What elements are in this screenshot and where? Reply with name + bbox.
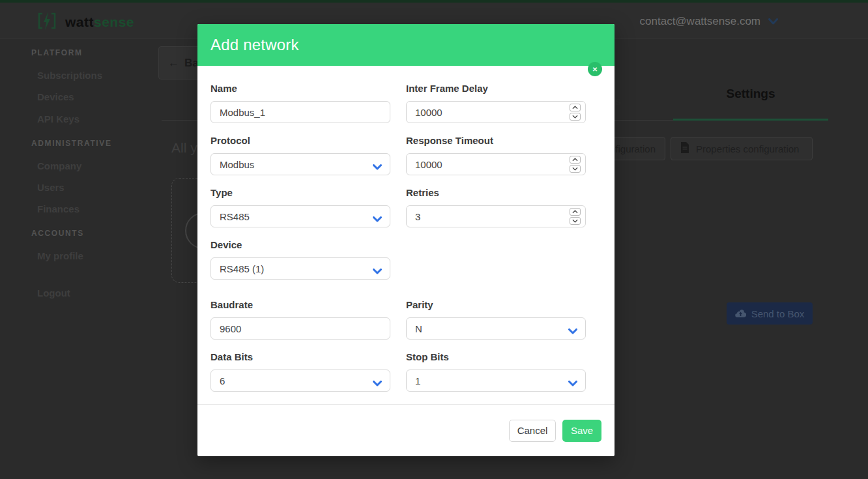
response-timeout-spinner-up-icon[interactable] xyxy=(570,156,581,164)
page-heading-fragment: All y xyxy=(171,140,197,156)
sidebar-section-accounts: ACCOUNTS xyxy=(31,229,156,238)
field-device: Device RS485 (1) xyxy=(210,239,390,280)
field-protocol: Protocol Modbus xyxy=(210,135,390,175)
field-spacer xyxy=(406,239,586,280)
type-label: Type xyxy=(210,187,390,198)
modal-body: Name Inter Frame Delay xyxy=(197,66,615,404)
sidebar-item-company[interactable]: Company xyxy=(31,160,156,171)
sidebar-section-platform: PLATFORM xyxy=(31,48,156,57)
device-select[interactable]: RS485 (1) xyxy=(210,257,390,280)
brand: wattsense xyxy=(36,11,134,33)
brand-sense: sense xyxy=(94,14,134,29)
tab-settings[interactable]: Settings xyxy=(673,87,828,101)
brand-name: wattsense xyxy=(65,14,134,30)
sidebar-section-administrative: ADMINISTRATIVE xyxy=(31,139,156,148)
data-bits-value: 6 xyxy=(220,375,225,386)
type-select[interactable]: RS485 xyxy=(210,205,390,227)
wattsense-logo-icon xyxy=(36,11,57,33)
sidebar-item-devices[interactable]: Devices xyxy=(31,91,156,102)
protocol-chevron-down-icon xyxy=(373,161,382,173)
properties-configuration-label: Properties configuration xyxy=(696,143,799,154)
sidebar-item-users[interactable]: Users xyxy=(31,182,156,193)
inter-frame-delay-spinner-up-icon[interactable] xyxy=(570,104,581,111)
type-chevron-down-icon xyxy=(373,213,382,225)
modal-title: Add network xyxy=(210,36,299,54)
protocol-select[interactable]: Modbus xyxy=(210,153,390,175)
sidebar-item-logout[interactable]: Logout xyxy=(31,287,156,298)
stop-bits-chevron-down-icon xyxy=(568,377,577,389)
field-stop-bits: Stop Bits 1 xyxy=(406,351,586,392)
retries-label: Retries xyxy=(406,187,586,198)
parity-value: N xyxy=(415,323,422,334)
response-timeout-spinner-down-icon[interactable] xyxy=(570,165,581,173)
field-response-timeout: Response Timeout xyxy=(406,135,586,175)
brand-watt: watt xyxy=(65,14,94,29)
name-label: Name xyxy=(210,83,390,94)
account-menu[interactable]: contact@wattsense.com xyxy=(640,15,778,28)
page: wattsense contact@wattsense.com PLATFORM… xyxy=(0,0,868,479)
device-label: Device xyxy=(210,239,390,250)
baudrate-label: Baudrate xyxy=(210,299,390,310)
field-parity: Parity N xyxy=(406,299,586,340)
response-timeout-label: Response Timeout xyxy=(406,135,586,146)
retries-input[interactable] xyxy=(406,205,586,227)
save-button[interactable]: Save xyxy=(562,420,601,442)
data-bits-label: Data Bits xyxy=(210,351,390,362)
modal-header: Add network ✕ xyxy=(197,24,615,66)
sidebar-item-finances[interactable]: Finances xyxy=(31,203,156,214)
inter-frame-delay-label: Inter Frame Delay xyxy=(406,83,586,94)
name-input[interactable] xyxy=(210,101,390,123)
document-icon xyxy=(680,142,689,155)
account-email: contact@wattsense.com xyxy=(640,15,760,28)
modal-footer: Cancel Save xyxy=(197,404,615,456)
send-to-box-label: Send to Box xyxy=(751,308,805,319)
stop-bits-label: Stop Bits xyxy=(406,351,586,362)
account-chevron-down-icon xyxy=(768,15,778,28)
data-bits-select[interactable]: 6 xyxy=(210,370,390,392)
parity-select[interactable]: N xyxy=(406,317,586,340)
add-network-modal: Add network ✕ Name Inter Frame Delay xyxy=(197,24,615,456)
inter-frame-delay-spinner-down-icon[interactable] xyxy=(570,113,581,121)
retries-spinner-down-icon[interactable] xyxy=(570,217,581,225)
sidebar-item-subscriptions[interactable]: Subscriptions xyxy=(31,70,156,81)
data-bits-chevron-down-icon xyxy=(373,377,382,389)
device-value: RS485 (1) xyxy=(220,263,264,274)
baudrate-input[interactable] xyxy=(210,317,390,340)
properties-configuration-button[interactable]: Properties configuration xyxy=(671,137,813,160)
response-timeout-input[interactable] xyxy=(406,153,586,175)
protocol-label: Protocol xyxy=(210,135,390,146)
device-chevron-down-icon xyxy=(373,265,382,277)
stop-bits-value: 1 xyxy=(415,375,420,386)
field-retries: Retries xyxy=(406,187,586,227)
stop-bits-select[interactable]: 1 xyxy=(406,370,586,392)
field-type: Type RS485 xyxy=(210,187,390,227)
field-inter-frame-delay: Inter Frame Delay xyxy=(406,83,586,123)
sidebar-item-my-profile[interactable]: My profile xyxy=(31,250,156,261)
field-name: Name xyxy=(210,83,390,123)
field-data-bits: Data Bits 6 xyxy=(210,351,390,392)
parity-chevron-down-icon xyxy=(568,325,577,337)
retries-spinner-up-icon[interactable] xyxy=(570,208,581,216)
sidebar-item-api-keys[interactable]: API Keys xyxy=(31,113,156,124)
tab-settings-underline xyxy=(673,119,828,121)
close-icon[interactable]: ✕ xyxy=(588,62,602,76)
cancel-button[interactable]: Cancel xyxy=(509,420,556,442)
parity-label: Parity xyxy=(406,299,586,310)
inter-frame-delay-input[interactable] xyxy=(406,101,586,123)
type-value: RS485 xyxy=(220,211,250,222)
protocol-value: Modbus xyxy=(220,159,254,170)
cloud-upload-icon xyxy=(735,308,746,319)
field-baudrate: Baudrate xyxy=(210,299,390,340)
back-arrow-icon: ← xyxy=(168,57,179,70)
sidebar: PLATFORM Subscriptions Devices API Keys … xyxy=(0,39,156,479)
send-to-box-button[interactable]: Send to Box xyxy=(727,302,813,325)
